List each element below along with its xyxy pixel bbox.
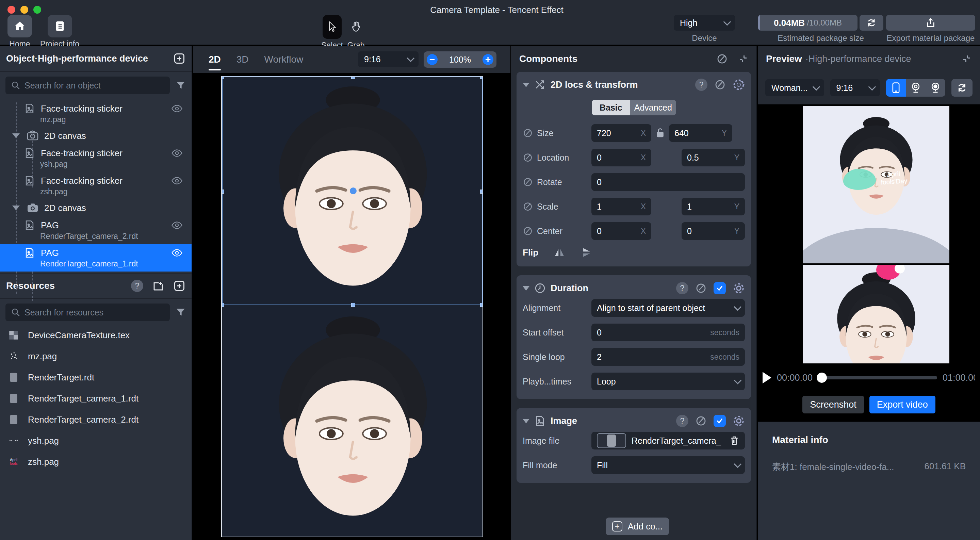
resource-item[interactable]: DeviceCameraTexture.tex	[0, 325, 192, 346]
image-file-field[interactable]: RenderTarget_camera_	[592, 432, 745, 449]
add-resource-button[interactable]	[173, 280, 185, 292]
size-y-input[interactable]	[675, 128, 719, 138]
size-x-field[interactable]: X	[592, 124, 651, 142]
scale-x-field[interactable]: X	[592, 198, 651, 215]
selection-handle[interactable]	[480, 76, 483, 79]
face-artwork-bottom[interactable]	[263, 311, 443, 532]
preview-ratio-select[interactable]: 9:16	[830, 79, 880, 96]
rotate-input[interactable]	[597, 177, 740, 187]
tab-workflow[interactable]: Workflow	[264, 54, 304, 65]
collapse-panel-icon[interactable]	[738, 54, 748, 64]
center-x-input[interactable]	[597, 226, 638, 236]
reset-icon[interactable]	[695, 282, 707, 294]
playback-select[interactable]: Loop	[592, 373, 745, 390]
keyframe-dial-icon[interactable]	[523, 128, 533, 138]
start-offset-input[interactable]	[597, 328, 708, 338]
location-y-field[interactable]: Y	[682, 149, 745, 166]
webcam-alt-preview-button[interactable]	[926, 79, 945, 97]
keyframe-dial-icon[interactable]	[523, 201, 533, 212]
lock-aspect-icon[interactable]	[651, 127, 669, 139]
gear-icon[interactable]	[733, 79, 745, 91]
refresh-package-button[interactable]	[859, 15, 883, 30]
center-x-field[interactable]: X	[592, 222, 651, 240]
object-search-input[interactable]	[24, 81, 164, 91]
keyframe-dial-icon[interactable]	[523, 153, 533, 162]
reset-icon[interactable]	[695, 415, 707, 427]
mode-advanced[interactable]: Advanced	[630, 100, 676, 115]
selection-handle[interactable]	[221, 303, 224, 307]
resource-item[interactable]: mz.pag	[0, 346, 192, 367]
canvas-ratio-select[interactable]: 9:16	[358, 51, 418, 67]
home-button[interactable]: Home	[8, 15, 32, 49]
collapse-panel-icon[interactable]	[962, 54, 972, 64]
selection-handle[interactable]	[351, 303, 355, 307]
location-y-input[interactable]	[687, 153, 732, 162]
webcam-preview-button[interactable]	[906, 79, 926, 97]
scale-y-field[interactable]: Y	[682, 198, 745, 215]
enabled-checkbox[interactable]	[714, 415, 726, 427]
timeline-slider[interactable]	[818, 376, 937, 379]
gear-icon[interactable]	[733, 282, 745, 294]
zoom-out-button[interactable]: −	[427, 54, 438, 65]
new-folder-icon[interactable]	[152, 280, 164, 292]
device-select[interactable]: High	[674, 15, 735, 30]
project-info-button[interactable]: Project info	[40, 15, 79, 49]
size-y-field[interactable]: Y	[669, 124, 732, 142]
scale-x-input[interactable]	[597, 202, 638, 212]
start-offset-field[interactable]: seconds	[592, 323, 745, 341]
resource-item[interactable]: ysh.pag	[0, 430, 192, 451]
select-tool-button[interactable]: Select	[321, 15, 343, 50]
collapse-caret-icon[interactable]	[12, 134, 20, 138]
object-search-box[interactable]	[5, 76, 170, 94]
resource-item[interactable]: RenderTarget_camera_2.rdt	[0, 409, 192, 430]
grab-tool-button[interactable]: Grab	[347, 15, 366, 50]
tree-item-sticker-ysh[interactable]: Face-tracking sticker ysh.pag	[0, 144, 192, 172]
enabled-checkbox[interactable]	[714, 282, 726, 294]
tree-item-pag-camera2[interactable]: PAG RenderTarget_camera_2.rdt	[0, 217, 192, 244]
single-loop-input[interactable]	[597, 352, 708, 362]
visibility-eye-icon[interactable]	[171, 249, 183, 257]
alignment-select[interactable]: Align to start of parent object	[592, 299, 745, 317]
section-caret-icon[interactable]	[523, 286, 530, 291]
section-caret-icon[interactable]	[523, 83, 530, 87]
mode-basic[interactable]: Basic	[592, 100, 630, 115]
location-x-input[interactable]	[597, 153, 638, 162]
slider-thumb[interactable]	[817, 373, 827, 383]
visibility-eye-icon[interactable]	[171, 105, 183, 113]
tree-item-sticker-mz[interactable]: Face-tracking sticker mz.pag	[0, 100, 192, 127]
phone-preview-button[interactable]	[886, 79, 906, 97]
resources-search-box[interactable]	[5, 304, 170, 321]
help-icon[interactable]: ?	[695, 79, 708, 91]
visibility-eye-icon[interactable]	[171, 177, 183, 185]
screenshot-button[interactable]: Screenshot	[802, 396, 864, 413]
anchor-point[interactable]	[350, 188, 356, 194]
zoom-window-icon[interactable]	[33, 6, 41, 14]
visibility-eye-icon[interactable]	[171, 221, 183, 229]
object-filter-icon[interactable]	[175, 80, 186, 91]
location-x-field[interactable]: X	[592, 149, 651, 166]
tree-item-2d-canvas-1[interactable]: 2D canvas	[0, 127, 192, 144]
flip-horizontal-icon[interactable]	[553, 247, 566, 258]
tree-item-2d-canvas-2[interactable]: 2D canvas	[0, 199, 192, 217]
export-package-button[interactable]	[886, 15, 975, 30]
close-window-icon[interactable]	[8, 6, 15, 14]
selection-handle[interactable]	[221, 190, 224, 194]
rotate-field[interactable]	[592, 173, 745, 191]
help-icon[interactable]: ?	[676, 415, 688, 427]
reset-icon[interactable]	[716, 53, 728, 65]
fill-mode-select[interactable]: Fill	[592, 456, 745, 474]
play-button[interactable]	[762, 372, 772, 384]
resource-item[interactable]: RenderTarget.rdt	[0, 367, 192, 388]
zoom-in-button[interactable]: +	[482, 54, 493, 65]
resource-item[interactable]: RenderTarget_camera_1.rdt	[0, 388, 192, 409]
export-video-button[interactable]: Export video	[869, 396, 935, 413]
tab-3d[interactable]: 3D	[237, 54, 249, 65]
collapse-caret-icon[interactable]	[12, 205, 20, 210]
flip-vertical-icon[interactable]	[581, 246, 592, 259]
trash-icon[interactable]	[729, 435, 740, 446]
reset-icon[interactable]	[714, 79, 726, 91]
selection-handle[interactable]	[480, 190, 483, 194]
size-x-input[interactable]	[597, 128, 638, 138]
single-loop-field[interactable]: seconds	[592, 348, 745, 366]
tab-2d[interactable]: 2D	[208, 54, 221, 65]
